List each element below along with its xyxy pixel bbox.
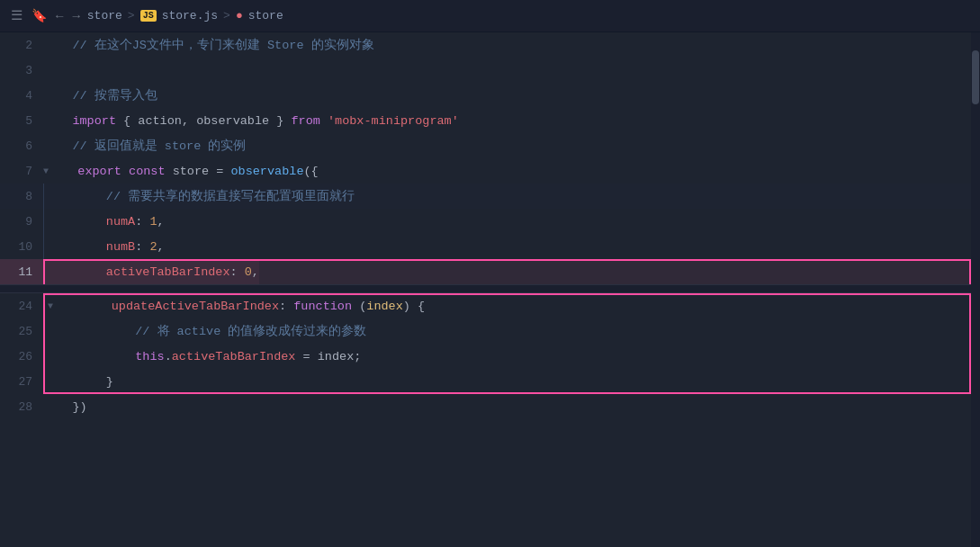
line-number: 28 <box>0 394 43 419</box>
line-number: 25 <box>0 318 43 344</box>
line-number: 3 <box>0 58 43 83</box>
line-number: 11 <box>0 259 43 284</box>
line-content: import { action, observable } from 'mobx… <box>43 108 459 133</box>
line-number: 5 <box>0 108 43 133</box>
line-number: 9 <box>0 209 43 234</box>
line-content: // 在这个JS文件中，专门来创建 Store 的实例对象 <box>43 32 374 58</box>
forward-icon[interactable]: → <box>72 9 79 23</box>
scrollbar-thumb[interactable] <box>972 50 979 104</box>
breadcrumb-storejs: store.js <box>162 9 218 22</box>
line-number: 6 <box>0 133 43 158</box>
line-content: // 返回值就是 store 的实例 <box>43 133 246 158</box>
line-content: activeTabBarIndex : 0 , <box>43 259 259 284</box>
breadcrumb-store-icon: ● <box>236 9 243 22</box>
menu-icon[interactable]: ☰ <box>11 7 22 24</box>
line-content <box>43 58 50 83</box>
line-content: ▼ export const store = observable ({ <box>43 158 319 184</box>
breadcrumb-store-label: store <box>248 9 283 22</box>
breadcrumb-store: store <box>87 9 122 22</box>
breadcrumb: store > JS store.js > ● store <box>87 9 283 22</box>
table-row: 11 activeTabBarIndex : 0 , <box>0 259 980 284</box>
table-row: 2 // 在这个JS文件中，专门来创建 Store 的实例对象 <box>0 32 980 58</box>
table-row: 8 // 需要共享的数据直接写在配置项里面就行 <box>0 184 980 209</box>
table-row: 25 // 将 active 的值修改成传过来的参数 <box>0 318 980 344</box>
line-number: 24 <box>0 293 43 318</box>
table-row: 9 numA : 1 , <box>0 209 980 234</box>
line-number: 7 <box>0 158 43 184</box>
line-number: 4 <box>0 83 43 108</box>
table-row: 26 this . activeTabBarIndex = index; <box>0 344 980 369</box>
table-row: 24 ▼ updateActiveTabBarIndex : function … <box>0 293 980 318</box>
breadcrumb-sep1: > <box>128 9 135 22</box>
line-content: // 将 active 的值修改成传过来的参数 <box>43 318 366 344</box>
line-number: 27 <box>0 369 43 394</box>
table-row: 6 // 返回值就是 store 的实例 <box>0 133 980 158</box>
line-content: numA : 1 , <box>43 209 165 234</box>
table-row: 3 <box>0 58 980 83</box>
line-number: 10 <box>0 234 43 259</box>
line-content: this . activeTabBarIndex = index; <box>43 344 361 369</box>
table-row: 28 }) <box>0 394 980 419</box>
line-number: 26 <box>0 344 43 369</box>
breadcrumb-js-icon: JS <box>140 10 157 22</box>
table-row: 4 // 按需导入包 <box>0 83 980 108</box>
table-row: 27 } <box>0 369 980 394</box>
separator-row <box>0 284 980 293</box>
title-bar: ☰ 🔖 ← → store > JS store.js > ● store <box>0 0 980 32</box>
fold-icon[interactable]: ▼ <box>43 166 54 176</box>
line-content: numB : 2 , <box>43 234 165 259</box>
line-content: // 需要共享的数据直接写在配置项里面就行 <box>43 184 355 209</box>
fold-icon-24[interactable]: ▼ <box>48 301 58 311</box>
line-number: 2 <box>0 32 43 58</box>
editor-area: 2 // 在这个JS文件中，专门来创建 Store 的实例对象 3 4 // 按… <box>0 32 980 547</box>
app-window: ☰ 🔖 ← → store > JS store.js > ● store 2 … <box>0 0 980 547</box>
table-row: 5 import { action, observable } from 'mo… <box>0 108 980 133</box>
bookmark-icon[interactable]: 🔖 <box>31 8 47 23</box>
line-content: } <box>43 369 113 394</box>
scrollbar[interactable] <box>971 32 980 547</box>
line-content: }) <box>43 394 87 419</box>
line-number: 8 <box>0 184 43 209</box>
pink-box-27-bottom <box>43 369 971 394</box>
breadcrumb-sep2: > <box>223 9 230 22</box>
table-row: 10 numB : 2 , <box>0 234 980 259</box>
table-row: 7 ▼ export const store = observable ({ <box>0 158 980 184</box>
back-icon[interactable]: ← <box>56 9 63 23</box>
line-content: ▼ updateActiveTabBarIndex : function ( i… <box>43 293 425 318</box>
line-content: // 按需导入包 <box>43 83 157 108</box>
title-bar-icons: ☰ 🔖 ← → <box>11 7 80 24</box>
